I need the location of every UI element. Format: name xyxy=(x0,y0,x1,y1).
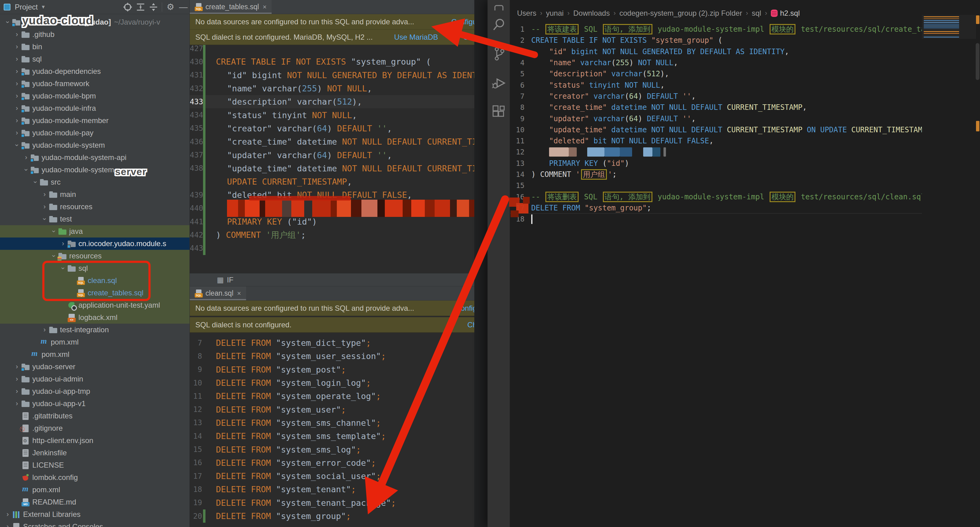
extensions-icon[interactable] xyxy=(488,102,510,123)
tree-item-clean-sql[interactable]: clean.sql xyxy=(0,274,190,287)
tree-item-pom-xml[interactable]: pom.xml xyxy=(0,484,190,496)
scrollbar[interactable] xyxy=(976,43,979,80)
breadcrumb-item[interactable]: Downloads xyxy=(573,9,610,18)
tree-item-pom-xml[interactable]: pom.xml xyxy=(0,336,190,348)
code-line-16[interactable]: 16-- 将该删表 SQL 语句, 添加到 yudao-module-syste… xyxy=(510,191,922,202)
tree-item-yudao-ui-app-tmp[interactable]: ›yudao-ui-app-tmp xyxy=(0,385,190,398)
code-line-7[interactable]: 7"creator" varchar(64) DEFAULT '', xyxy=(510,91,922,102)
chevron-icon[interactable]: › xyxy=(12,375,22,383)
tree-item-yudao-server[interactable]: ›yudao-server xyxy=(0,361,190,373)
code-line-15[interactable]: 15 xyxy=(510,180,922,191)
tree-item-java[interactable]: ›java xyxy=(0,225,190,237)
code-line-11[interactable]: 11DELETE FROM "system_operate_log"; xyxy=(190,390,474,403)
tree-item-yudao-module-member[interactable]: ›yudao-module-member xyxy=(0,115,190,127)
tree-item-cn-iocoder-yudao-module-s[interactable]: ›cn.iocoder.yudao.module.s xyxy=(0,237,190,250)
code-line-440[interactable]: 440 xyxy=(190,202,474,215)
code-line-431[interactable]: 431"id" bigint NOT NULL GENERATED BY DEF… xyxy=(190,68,474,82)
chevron-icon[interactable]: › xyxy=(12,387,22,395)
code-line-436[interactable]: 436"create_time" datetime NOT NULL DEFAU… xyxy=(190,135,474,148)
structure-breadcrumb-label[interactable]: IF xyxy=(227,275,234,284)
code-line-8[interactable]: 8DELETE FROM "system_user_session"; xyxy=(190,349,474,363)
tree-item-yudao-module-infra[interactable]: ›yudao-module-infra xyxy=(0,102,190,115)
breadcrumb-file[interactable]: h2.sql xyxy=(780,9,800,18)
tree-item-yudao-framework[interactable]: ›yudao-framework xyxy=(0,78,190,90)
chevron-icon[interactable]: › xyxy=(4,18,12,27)
code-line-4[interactable]: 4"name" varchar(255) NOT NULL, xyxy=(510,57,922,68)
breadcrumb-item[interactable]: Users xyxy=(517,9,536,18)
chevron-icon[interactable]: › xyxy=(12,92,22,100)
search-icon[interactable] xyxy=(488,14,510,35)
configure-link[interactable]: Configu xyxy=(451,18,474,26)
tree-item-src[interactable]: ›src xyxy=(0,176,190,188)
chevron-icon[interactable]: › xyxy=(50,252,58,261)
code-line-433[interactable]: 433"description" varchar(512), xyxy=(190,95,474,108)
chevron-icon[interactable]: › xyxy=(12,129,22,137)
code-line-17[interactable]: 17DELETE FROM "system_group"; xyxy=(510,202,922,213)
chevron-icon[interactable]: › xyxy=(59,264,67,273)
code-line-14[interactable]: 14) COMMENT '用户组'; xyxy=(510,169,922,180)
chevron-icon[interactable]: › xyxy=(50,227,58,236)
chevron-icon[interactable]: › xyxy=(12,363,22,371)
tree-item--github[interactable]: ›.github xyxy=(0,28,190,41)
locate-icon[interactable] xyxy=(121,2,134,13)
code-line-1[interactable]: 1-- 将该建表 SQL 语句, 添加到 yudao-module-system… xyxy=(510,24,922,35)
chevron-icon[interactable]: › xyxy=(13,140,21,150)
h2-sql-editor[interactable]: 1-- 将该建表 SQL 语句, 添加到 yudao-module-system… xyxy=(510,24,922,224)
tab-clean-sql[interactable]: clean.sql × xyxy=(190,287,246,300)
code-line-430[interactable]: 430CREATE TABLE IF NOT EXISTS "system_gr… xyxy=(190,55,474,68)
chevron-icon[interactable]: › xyxy=(12,116,22,124)
close-icon[interactable]: × xyxy=(237,290,241,298)
chevron-icon[interactable]: › xyxy=(3,523,12,527)
tree-item--gitignore[interactable]: .gitignore xyxy=(0,422,190,435)
tree-item-application-unit-test-yaml[interactable]: application-unit-test.yaml xyxy=(0,299,190,311)
code-line-435[interactable]: 435"creator" varchar(64) DEFAULT '', xyxy=(190,122,474,135)
tree-item-readme-md[interactable]: README.md xyxy=(0,496,190,508)
chevron-icon[interactable]: › xyxy=(12,400,22,408)
chevron-icon[interactable]: › xyxy=(41,215,49,224)
tab-create-tables-sql[interactable]: create_tables.sql × xyxy=(190,0,272,14)
chevron-icon[interactable]: › xyxy=(12,104,22,112)
code-line-12[interactable]: 12 xyxy=(510,146,922,158)
tree-item-test-integration[interactable]: ›test-integration xyxy=(0,324,190,336)
chevron-icon[interactable]: › xyxy=(12,67,22,75)
chevron-down-icon[interactable]: ▼ xyxy=(41,4,46,10)
code-line-6[interactable]: 6"status" tinyint NOT NULL, xyxy=(510,80,922,91)
chevron-icon[interactable]: › xyxy=(59,240,68,248)
code-line-14[interactable]: 14DELETE FROM "system_sms_template"; xyxy=(190,430,474,443)
tree-item-http-client-env-json[interactable]: http-client.env.json xyxy=(0,435,190,447)
code-line-9[interactable]: 9"updater" varchar(64) DEFAULT '', xyxy=(510,113,922,124)
code-line-10[interactable]: 10DELETE FROM "system_login_log"; xyxy=(190,376,474,390)
code-line-10[interactable]: 10"update_time" datetime NOT NULL DEFAUL… xyxy=(510,124,922,135)
minimap[interactable] xyxy=(922,15,976,39)
tree-item-yudao-module-pay[interactable]: ›yudao-module-pay xyxy=(0,127,190,139)
tree-item-yudao-ui-admin[interactable]: ›yudao-ui-admin xyxy=(0,373,190,385)
breadcrumb-item[interactable]: yunai xyxy=(546,9,563,18)
code-line-11[interactable]: 11"deleted" bit NOT NULL DEFAULT FALSE, xyxy=(510,135,922,146)
code-line-443[interactable]: 443 xyxy=(190,242,474,255)
tree-item-jenkinsfile[interactable]: Jenkinsfile xyxy=(0,447,190,459)
code-line-2[interactable]: 2CREATE TABLE IF NOT EXISTS "system_grou… xyxy=(510,35,922,46)
tree-item-lombok-config[interactable]: lombok.config xyxy=(0,471,190,484)
chevron-icon[interactable]: › xyxy=(22,165,30,174)
code-line-438[interactable]: 438"update_time" datetime NOT NULL DEFAU… xyxy=(190,162,474,175)
breadcrumb-item[interactable]: sql xyxy=(752,9,761,18)
code-line-437[interactable]: 437"updater" varchar(64) DEFAULT '', xyxy=(190,148,474,161)
code-line-13[interactable]: 13PRIMARY KEY ("id") xyxy=(510,158,922,169)
code-line-8[interactable]: 8"create_time" datetime NOT NULL DEFAULT… xyxy=(510,102,922,113)
tree-item-yudao-dependencies[interactable]: ›yudao-dependencies xyxy=(0,65,190,78)
project-title[interactable]: Project xyxy=(15,3,38,11)
code-line-18[interactable]: 18DELETE FROM "system_tenant"; xyxy=(190,483,474,496)
source-control-icon[interactable] xyxy=(488,43,510,65)
hide-panel-icon[interactable]: — xyxy=(177,2,190,13)
change-dialect-link[interactable]: Cha xyxy=(463,33,474,41)
settings-gear-icon[interactable]: ⚙ xyxy=(164,2,177,13)
tree-item-create-tables-sql[interactable]: create_tables.sql xyxy=(0,287,190,299)
tree-item-main[interactable]: ›main xyxy=(0,188,190,201)
chevron-icon[interactable]: › xyxy=(12,43,22,51)
run-debug-icon[interactable] xyxy=(488,72,510,94)
code-line-16[interactable]: 16DELETE FROM "system_error_code"; xyxy=(190,456,474,470)
tree-item-yudao-module-system-api[interactable]: ›yudao-module-system-api xyxy=(0,151,190,164)
code-line-13[interactable]: 13DELETE FROM "system_sms_channel"; xyxy=(190,416,474,430)
code-line-434[interactable]: 434"status" tinyint NOT NULL, xyxy=(190,108,474,121)
code-line-20[interactable]: 20DELETE FROM "system_group"; xyxy=(190,509,474,523)
